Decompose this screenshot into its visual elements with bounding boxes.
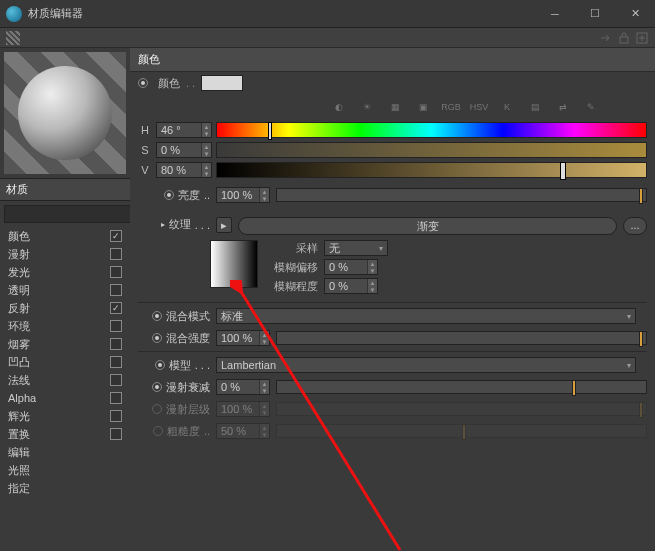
sample-dropdown[interactable]: 无▾ — [324, 240, 388, 256]
window-title: 材质编辑器 — [28, 6, 535, 21]
model-row: 模型. . . Lambertian▾ — [130, 354, 655, 376]
brightness-slider[interactable] — [276, 188, 647, 202]
channel-illum[interactable]: 光照 — [0, 461, 130, 479]
channel-color[interactable]: 颜色 — [0, 227, 130, 245]
checkbox-icon[interactable] — [110, 338, 122, 350]
channel-list: 颜色 漫射 发光 透明 反射 环境 烟雾 凹凸 法线 Alpha 辉光 置换 编… — [0, 227, 130, 551]
roughness-slider — [276, 424, 647, 438]
brightness-row: 亮度.. 100 %▲▼ — [130, 184, 655, 206]
channel-glow[interactable]: 辉光 — [0, 407, 130, 425]
close-button[interactable]: ✕ — [615, 0, 655, 28]
grid-icon[interactable]: ▦ — [386, 98, 404, 116]
hue-value[interactable]: 46 °▲▼ — [156, 122, 212, 138]
checkbox-icon[interactable] — [110, 374, 122, 386]
expand-icon[interactable]: ▸ — [161, 220, 165, 229]
roughness-row: 粗糙度.. 50 %▲▼ — [130, 420, 655, 442]
val-row: V 80 %▲▼ — [138, 162, 647, 178]
picker-icon[interactable]: ✎ — [582, 98, 600, 116]
diffuse-falloff-slider[interactable] — [276, 380, 647, 394]
maximize-button[interactable]: ☐ — [575, 0, 615, 28]
channel-transparency[interactable]: 透明 — [0, 281, 130, 299]
color-row: 颜色 . . — [130, 72, 655, 94]
checkbox-icon[interactable] — [110, 410, 122, 422]
radio-icon — [152, 404, 162, 414]
radio-icon[interactable] — [164, 190, 174, 200]
channel-bump[interactable]: 凹凸 — [0, 353, 130, 371]
texture-icon[interactable] — [6, 31, 20, 45]
hue-slider[interactable] — [216, 122, 647, 138]
val-value[interactable]: 80 %▲▼ — [156, 162, 212, 178]
checkbox-icon[interactable] — [110, 266, 122, 278]
blend-mode-row: 混合模式 标准▾ — [130, 305, 655, 327]
hsv-mode[interactable]: HSV — [470, 98, 488, 116]
val-slider[interactable] — [216, 162, 647, 178]
checkbox-icon[interactable] — [110, 302, 122, 314]
checkbox-icon[interactable] — [110, 248, 122, 260]
channel-luminance[interactable]: 发光 — [0, 263, 130, 281]
material-label: 材质 — [0, 178, 130, 201]
blur-offset-value[interactable]: 0 %▲▼ — [324, 259, 378, 275]
sat-row: S 0 %▲▼ — [138, 142, 647, 158]
radio-icon[interactable] — [155, 360, 165, 370]
blend-mode-dropdown[interactable]: 标准▾ — [216, 308, 636, 324]
channel-fog[interactable]: 烟雾 — [0, 335, 130, 353]
brightness-value[interactable]: 100 %▲▼ — [216, 187, 270, 203]
channel-assign[interactable]: 指定 — [0, 479, 130, 497]
section-title: 颜色 — [130, 48, 655, 72]
radio-icon[interactable] — [152, 311, 162, 321]
channel-diffuse[interactable]: 漫射 — [0, 245, 130, 263]
checkbox-icon[interactable] — [110, 428, 122, 440]
channel-reflection[interactable]: 反射 — [0, 299, 130, 317]
app-logo-icon — [6, 6, 22, 22]
sat-slider[interactable] — [216, 142, 647, 158]
channel-normal[interactable]: 法线 — [0, 371, 130, 389]
blend-strength-row: 混合强度 100 %▲▼ — [130, 327, 655, 349]
lock-icon[interactable] — [617, 31, 631, 45]
radio-icon[interactable] — [152, 333, 162, 343]
texture-row: ▸纹理. . . ▸ 渐变 ... — [130, 214, 655, 238]
checkbox-icon[interactable] — [110, 392, 122, 404]
sat-value[interactable]: 0 %▲▼ — [156, 142, 212, 158]
blend-strength-slider[interactable] — [276, 331, 647, 345]
radio-icon[interactable] — [152, 382, 162, 392]
toolbar — [0, 28, 655, 48]
color-swatch[interactable] — [201, 75, 243, 91]
color-mode-icons: ◐ ☀ ▦ ▣ RGB HSV K ▤ ⇄ ✎ — [130, 94, 655, 120]
texture-play-button[interactable]: ▸ — [216, 217, 232, 233]
checkbox-icon[interactable] — [110, 284, 122, 296]
wheel-icon[interactable]: ◐ — [330, 98, 348, 116]
checkbox-icon[interactable] — [110, 230, 122, 242]
swap-icon[interactable]: ⇄ — [554, 98, 572, 116]
texture-detail: 采样无▾ 模糊偏移0 %▲▼ 模糊程度0 %▲▼ — [130, 238, 655, 300]
diffuse-falloff-row: 漫射衰减 0 %▲▼ — [130, 376, 655, 398]
channel-alpha[interactable]: Alpha — [0, 389, 130, 407]
channel-displacement[interactable]: 置换 — [0, 425, 130, 443]
texture-shader-button[interactable]: 渐变 — [238, 217, 617, 235]
channel-edit[interactable]: 编辑 — [0, 443, 130, 461]
diffuse-levels-slider — [276, 402, 647, 416]
sidebar: 材质 ▸ ◉ 颜色 漫射 发光 透明 反射 环境 烟雾 凹凸 法线 Alpha … — [0, 48, 130, 551]
k-mode[interactable]: K — [498, 98, 516, 116]
texture-preview[interactable] — [210, 240, 258, 288]
rgb-mode[interactable]: RGB — [442, 98, 460, 116]
blur-scale-value[interactable]: 0 %▲▼ — [324, 278, 378, 294]
content-panel: 颜色 颜色 . . ◐ ☀ ▦ ▣ RGB HSV K ▤ ⇄ ✎ H 46 °… — [130, 48, 655, 551]
radio-icon[interactable] — [138, 78, 148, 88]
radio-icon — [153, 426, 163, 436]
roughness-value: 50 %▲▼ — [216, 423, 270, 439]
diffuse-falloff-value[interactable]: 0 %▲▼ — [216, 379, 270, 395]
checkbox-icon[interactable] — [110, 356, 122, 368]
brightness-icon[interactable]: ☀ — [358, 98, 376, 116]
gradient-icon[interactable]: ▤ — [526, 98, 544, 116]
minimize-button[interactable]: ─ — [535, 0, 575, 28]
material-preview[interactable] — [4, 52, 126, 174]
blend-strength-value[interactable]: 100 %▲▼ — [216, 330, 270, 346]
new-icon[interactable] — [635, 31, 649, 45]
checkbox-icon[interactable] — [110, 320, 122, 332]
arrow-icon — [599, 31, 613, 45]
channel-environment[interactable]: 环境 — [0, 317, 130, 335]
texture-more-button[interactable]: ... — [623, 217, 647, 235]
preview-sphere — [18, 66, 112, 160]
model-dropdown[interactable]: Lambertian▾ — [216, 357, 636, 373]
image-icon[interactable]: ▣ — [414, 98, 432, 116]
